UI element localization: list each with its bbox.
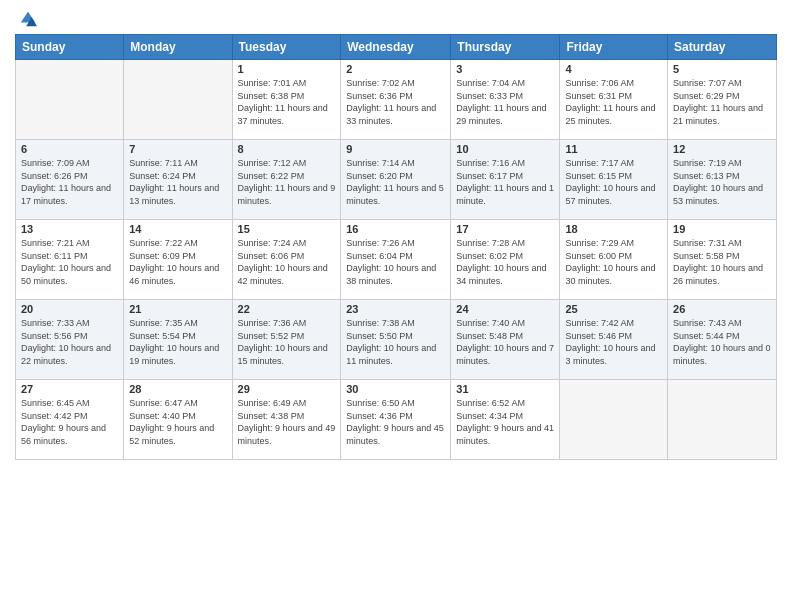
weekday-header-row: SundayMondayTuesdayWednesdayThursdayFrid… (16, 35, 777, 60)
day-number: 15 (238, 223, 336, 235)
calendar-cell: 17Sunrise: 7:28 AM Sunset: 6:02 PM Dayli… (451, 220, 560, 300)
day-info: Sunrise: 7:09 AM Sunset: 6:26 PM Dayligh… (21, 157, 118, 207)
week-row-2: 6Sunrise: 7:09 AM Sunset: 6:26 PM Daylig… (16, 140, 777, 220)
day-info: Sunrise: 7:02 AM Sunset: 6:36 PM Dayligh… (346, 77, 445, 127)
weekday-header-monday: Monday (124, 35, 232, 60)
day-info: Sunrise: 7:31 AM Sunset: 5:58 PM Dayligh… (673, 237, 771, 287)
day-info: Sunrise: 7:28 AM Sunset: 6:02 PM Dayligh… (456, 237, 554, 287)
calendar-cell (560, 380, 668, 460)
day-info: Sunrise: 7:35 AM Sunset: 5:54 PM Dayligh… (129, 317, 226, 367)
calendar-cell: 6Sunrise: 7:09 AM Sunset: 6:26 PM Daylig… (16, 140, 124, 220)
day-number: 21 (129, 303, 226, 315)
day-info: Sunrise: 7:06 AM Sunset: 6:31 PM Dayligh… (565, 77, 662, 127)
calendar-cell: 2Sunrise: 7:02 AM Sunset: 6:36 PM Daylig… (341, 60, 451, 140)
logo (15, 10, 37, 28)
day-number: 5 (673, 63, 771, 75)
calendar-cell: 14Sunrise: 7:22 AM Sunset: 6:09 PM Dayli… (124, 220, 232, 300)
calendar-cell: 11Sunrise: 7:17 AM Sunset: 6:15 PM Dayli… (560, 140, 668, 220)
day-number: 23 (346, 303, 445, 315)
week-row-3: 13Sunrise: 7:21 AM Sunset: 6:11 PM Dayli… (16, 220, 777, 300)
day-info: Sunrise: 7:12 AM Sunset: 6:22 PM Dayligh… (238, 157, 336, 207)
day-number: 22 (238, 303, 336, 315)
weekday-header-wednesday: Wednesday (341, 35, 451, 60)
day-number: 27 (21, 383, 118, 395)
day-info: Sunrise: 7:24 AM Sunset: 6:06 PM Dayligh… (238, 237, 336, 287)
day-info: Sunrise: 7:40 AM Sunset: 5:48 PM Dayligh… (456, 317, 554, 367)
day-number: 16 (346, 223, 445, 235)
day-number: 17 (456, 223, 554, 235)
logo-icon (19, 10, 37, 28)
calendar: SundayMondayTuesdayWednesdayThursdayFrid… (15, 34, 777, 460)
day-number: 4 (565, 63, 662, 75)
calendar-cell: 21Sunrise: 7:35 AM Sunset: 5:54 PM Dayli… (124, 300, 232, 380)
day-number: 7 (129, 143, 226, 155)
day-number: 13 (21, 223, 118, 235)
day-info: Sunrise: 7:07 AM Sunset: 6:29 PM Dayligh… (673, 77, 771, 127)
day-info: Sunrise: 7:16 AM Sunset: 6:17 PM Dayligh… (456, 157, 554, 207)
day-number: 1 (238, 63, 336, 75)
calendar-cell: 29Sunrise: 6:49 AM Sunset: 4:38 PM Dayli… (232, 380, 341, 460)
day-info: Sunrise: 7:11 AM Sunset: 6:24 PM Dayligh… (129, 157, 226, 207)
day-number: 19 (673, 223, 771, 235)
calendar-cell: 20Sunrise: 7:33 AM Sunset: 5:56 PM Dayli… (16, 300, 124, 380)
calendar-cell: 8Sunrise: 7:12 AM Sunset: 6:22 PM Daylig… (232, 140, 341, 220)
calendar-cell: 9Sunrise: 7:14 AM Sunset: 6:20 PM Daylig… (341, 140, 451, 220)
weekday-header-saturday: Saturday (668, 35, 777, 60)
calendar-cell: 10Sunrise: 7:16 AM Sunset: 6:17 PM Dayli… (451, 140, 560, 220)
day-info: Sunrise: 6:45 AM Sunset: 4:42 PM Dayligh… (21, 397, 118, 447)
day-info: Sunrise: 7:42 AM Sunset: 5:46 PM Dayligh… (565, 317, 662, 367)
weekday-header-sunday: Sunday (16, 35, 124, 60)
day-number: 28 (129, 383, 226, 395)
day-info: Sunrise: 6:52 AM Sunset: 4:34 PM Dayligh… (456, 397, 554, 447)
day-info: Sunrise: 7:33 AM Sunset: 5:56 PM Dayligh… (21, 317, 118, 367)
day-number: 26 (673, 303, 771, 315)
day-number: 9 (346, 143, 445, 155)
day-number: 6 (21, 143, 118, 155)
day-info: Sunrise: 7:21 AM Sunset: 6:11 PM Dayligh… (21, 237, 118, 287)
day-number: 29 (238, 383, 336, 395)
calendar-cell: 23Sunrise: 7:38 AM Sunset: 5:50 PM Dayli… (341, 300, 451, 380)
day-info: Sunrise: 6:47 AM Sunset: 4:40 PM Dayligh… (129, 397, 226, 447)
day-number: 12 (673, 143, 771, 155)
week-row-5: 27Sunrise: 6:45 AM Sunset: 4:42 PM Dayli… (16, 380, 777, 460)
calendar-cell: 3Sunrise: 7:04 AM Sunset: 6:33 PM Daylig… (451, 60, 560, 140)
weekday-header-friday: Friday (560, 35, 668, 60)
calendar-cell: 27Sunrise: 6:45 AM Sunset: 4:42 PM Dayli… (16, 380, 124, 460)
day-info: Sunrise: 7:14 AM Sunset: 6:20 PM Dayligh… (346, 157, 445, 207)
day-number: 30 (346, 383, 445, 395)
calendar-cell: 22Sunrise: 7:36 AM Sunset: 5:52 PM Dayli… (232, 300, 341, 380)
day-info: Sunrise: 7:38 AM Sunset: 5:50 PM Dayligh… (346, 317, 445, 367)
day-info: Sunrise: 6:50 AM Sunset: 4:36 PM Dayligh… (346, 397, 445, 447)
calendar-cell: 18Sunrise: 7:29 AM Sunset: 6:00 PM Dayli… (560, 220, 668, 300)
week-row-4: 20Sunrise: 7:33 AM Sunset: 5:56 PM Dayli… (16, 300, 777, 380)
week-row-1: 1Sunrise: 7:01 AM Sunset: 6:38 PM Daylig… (16, 60, 777, 140)
calendar-cell: 5Sunrise: 7:07 AM Sunset: 6:29 PM Daylig… (668, 60, 777, 140)
calendar-cell: 30Sunrise: 6:50 AM Sunset: 4:36 PM Dayli… (341, 380, 451, 460)
day-info: Sunrise: 7:01 AM Sunset: 6:38 PM Dayligh… (238, 77, 336, 127)
day-number: 14 (129, 223, 226, 235)
day-number: 11 (565, 143, 662, 155)
day-info: Sunrise: 7:29 AM Sunset: 6:00 PM Dayligh… (565, 237, 662, 287)
day-number: 24 (456, 303, 554, 315)
day-info: Sunrise: 7:19 AM Sunset: 6:13 PM Dayligh… (673, 157, 771, 207)
day-info: Sunrise: 7:17 AM Sunset: 6:15 PM Dayligh… (565, 157, 662, 207)
calendar-cell: 4Sunrise: 7:06 AM Sunset: 6:31 PM Daylig… (560, 60, 668, 140)
weekday-header-thursday: Thursday (451, 35, 560, 60)
calendar-cell: 1Sunrise: 7:01 AM Sunset: 6:38 PM Daylig… (232, 60, 341, 140)
day-number: 2 (346, 63, 445, 75)
calendar-cell: 16Sunrise: 7:26 AM Sunset: 6:04 PM Dayli… (341, 220, 451, 300)
day-info: Sunrise: 7:26 AM Sunset: 6:04 PM Dayligh… (346, 237, 445, 287)
header (15, 10, 777, 28)
calendar-cell (16, 60, 124, 140)
calendar-cell: 25Sunrise: 7:42 AM Sunset: 5:46 PM Dayli… (560, 300, 668, 380)
calendar-cell: 15Sunrise: 7:24 AM Sunset: 6:06 PM Dayli… (232, 220, 341, 300)
day-info: Sunrise: 6:49 AM Sunset: 4:38 PM Dayligh… (238, 397, 336, 447)
day-number: 3 (456, 63, 554, 75)
day-info: Sunrise: 7:22 AM Sunset: 6:09 PM Dayligh… (129, 237, 226, 287)
weekday-header-tuesday: Tuesday (232, 35, 341, 60)
calendar-cell: 28Sunrise: 6:47 AM Sunset: 4:40 PM Dayli… (124, 380, 232, 460)
calendar-cell: 31Sunrise: 6:52 AM Sunset: 4:34 PM Dayli… (451, 380, 560, 460)
day-number: 10 (456, 143, 554, 155)
calendar-cell: 7Sunrise: 7:11 AM Sunset: 6:24 PM Daylig… (124, 140, 232, 220)
calendar-cell: 24Sunrise: 7:40 AM Sunset: 5:48 PM Dayli… (451, 300, 560, 380)
